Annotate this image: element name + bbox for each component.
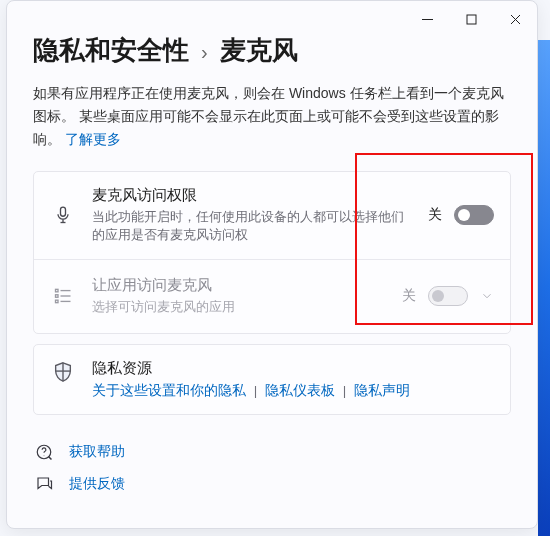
maximize-button[interactable] <box>449 5 493 33</box>
microphone-icon <box>48 205 78 225</box>
page-content: 隐私和安全性 › 麦克风 如果有应用程序正在使用麦克风，则会在 Windows … <box>7 31 537 513</box>
breadcrumb-separator: › <box>201 41 208 64</box>
link-divider: | <box>254 383 258 398</box>
apps-access-title: 让应用访问麦克风 <box>92 276 388 295</box>
mic-access-toggle[interactable] <box>454 205 494 225</box>
apps-access-toggle <box>428 286 468 306</box>
footer-links: 获取帮助 提供反馈 <box>33 443 511 493</box>
apps-list-icon <box>48 286 78 306</box>
privacy-resources-card[interactable]: 隐私资源 关于这些设置和你的隐私 | 隐私仪表板 | 隐私声明 <box>33 344 511 415</box>
apps-access-state: 关 <box>402 287 416 305</box>
privacy-statement-link[interactable]: 隐私声明 <box>354 383 410 398</box>
svg-rect-4 <box>61 207 66 216</box>
feedback-link[interactable]: 提供反馈 <box>33 475 511 493</box>
mic-access-title: 麦克风访问权限 <box>92 186 414 205</box>
privacy-dashboard-link[interactable]: 隐私仪表板 <box>265 383 335 398</box>
mic-access-state: 关 <box>428 206 442 224</box>
titlebar <box>7 1 537 31</box>
shield-icon <box>48 359 78 383</box>
resources-title: 隐私资源 <box>92 359 494 378</box>
svg-rect-1 <box>467 15 476 24</box>
about-settings-link[interactable]: 关于这些设置和你的隐私 <box>92 383 246 398</box>
svg-rect-7 <box>56 289 59 292</box>
page-description: 如果有应用程序正在使用麦克风，则会在 Windows 任务栏上看到一个麦克风图标… <box>33 82 511 151</box>
settings-group: 麦克风访问权限 当此功能开启时，任何使用此设备的人都可以选择他们的应用是否有麦克… <box>33 171 511 333</box>
desktop-accent-stripe <box>538 40 550 536</box>
minimize-button[interactable] <box>405 5 449 33</box>
apps-access-subtitle: 选择可访问麦克风的应用 <box>92 298 388 316</box>
svg-rect-11 <box>56 300 59 303</box>
feedback-label: 提供反馈 <box>69 475 125 493</box>
chevron-down-icon <box>480 289 494 303</box>
mic-access-subtitle: 当此功能开启时，任何使用此设备的人都可以选择他们的应用是否有麦克风访问权 <box>92 208 414 244</box>
microphone-access-row: 麦克风访问权限 当此功能开启时，任何使用此设备的人都可以选择他们的应用是否有麦克… <box>34 172 510 258</box>
breadcrumb-category[interactable]: 隐私和安全性 <box>33 33 189 68</box>
breadcrumb: 隐私和安全性 › 麦克风 <box>33 33 511 68</box>
settings-window: 隐私和安全性 › 麦克风 如果有应用程序正在使用麦克风，则会在 Windows … <box>6 0 538 529</box>
close-button[interactable] <box>493 5 537 33</box>
get-help-link[interactable]: 获取帮助 <box>33 443 511 461</box>
apps-access-row[interactable]: 让应用访问麦克风 选择可访问麦克风的应用 关 <box>34 259 510 333</box>
page-title: 麦克风 <box>220 33 298 68</box>
link-divider: | <box>343 383 347 398</box>
svg-rect-9 <box>56 295 59 298</box>
learn-more-link[interactable]: 了解更多 <box>65 131 121 147</box>
resources-links: 关于这些设置和你的隐私 | 隐私仪表板 | 隐私声明 <box>92 382 494 400</box>
help-icon <box>33 443 55 461</box>
get-help-label: 获取帮助 <box>69 443 125 461</box>
feedback-icon <box>33 475 55 493</box>
svg-point-14 <box>44 455 45 456</box>
